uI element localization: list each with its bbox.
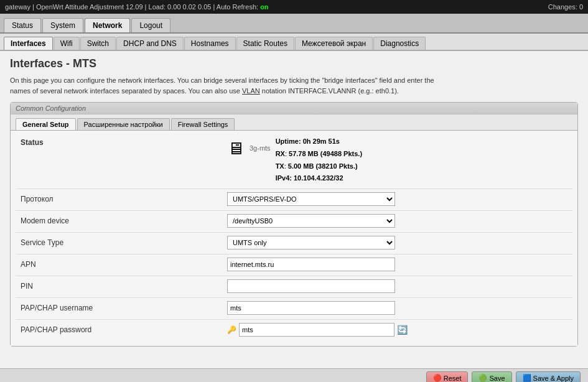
form-area: Status 🖥 3g-mts Uptime: 0h 29m 51s RX: 5… <box>11 130 577 346</box>
subtab-dhcp-dns[interactable]: DHCP and DNS <box>116 37 184 50</box>
service-type-select[interactable]: UMTS only GPRS only Auto <box>227 236 395 249</box>
service-type-value: UMTS only GPRS only Auto <box>227 236 572 249</box>
modem-device-label: Modem device <box>16 217 227 225</box>
uptime-label: Uptime: <box>276 137 301 145</box>
protocol-select[interactable]: UMTS/GPRS/EV-DO DHCP Static PPPoE <box>227 192 395 206</box>
reset-button[interactable]: 🔴 Reset <box>426 371 469 382</box>
subtabs: Interfaces Wifi Switch DHCP and DNS Host… <box>0 34 588 51</box>
topbar-right: Changes: 0 <box>548 3 583 11</box>
reset-icon: 🔴 <box>433 374 442 382</box>
status-info: Uptime: 0h 29m 51s RX: 57.78 MB (49488 P… <box>276 136 362 185</box>
pap-username-input[interactable] <box>227 301 395 315</box>
rx-value: 57.78 MB (49488 Pkts.) <box>289 150 362 157</box>
tab-network[interactable]: Network <box>85 18 130 32</box>
ipv4-value: 10.104.4.232/32 <box>294 174 343 182</box>
uptime-value: 0h 29m 51s <box>303 137 340 145</box>
pap-password-value: 🔑 🔄 <box>227 323 572 337</box>
auto-refresh-status: on <box>260 3 268 11</box>
save-icon: 🟢 <box>478 374 487 382</box>
lock-icon: 🔑 <box>227 325 236 334</box>
pap-username-row: PAP/CHAP username <box>16 297 572 318</box>
subtab-static-routes[interactable]: Static Routes <box>236 37 294 50</box>
topbar-left: gateway | OpenWrt Attitude Adjustment 12… <box>5 3 269 11</box>
pin-input[interactable] <box>227 279 395 293</box>
modem-device-value: /dev/ttyUSB0 /dev/ttyUSB1 /dev/ttyUSB2 <box>227 214 572 228</box>
config-box: Common Configuration General Setup Расши… <box>10 102 578 347</box>
inner-tab-advanced[interactable]: Расширенные настройки <box>77 118 170 130</box>
service-type-row: Service Type UMTS only GPRS only Auto <box>16 232 572 253</box>
main-content: Interfaces - MTS On this page you can co… <box>0 51 588 368</box>
service-type-label: Service Type <box>16 238 227 247</box>
status-content: 🖥 3g-mts Uptime: 0h 29m 51s RX: 57.78 MB… <box>227 136 362 185</box>
tab-system[interactable]: System <box>42 18 83 32</box>
pap-password-label: PAP/CHAP password <box>16 325 227 334</box>
pap-password-input[interactable] <box>239 323 394 337</box>
pap-username-label: PAP/CHAP username <box>16 304 227 312</box>
page-description: On this page you can configure the netwo… <box>10 75 578 96</box>
topbar: gateway | OpenWrt Attitude Adjustment 12… <box>0 0 588 14</box>
protocol-label: Протокол <box>16 195 227 203</box>
page-title: Interfaces - MTS <box>10 57 578 70</box>
subtab-switch[interactable]: Switch <box>80 37 116 50</box>
tx-label: TX <box>276 162 284 170</box>
inner-tabs: General Setup Расширенные настройки Fire… <box>11 114 577 130</box>
inner-tab-firewall[interactable]: Firewall Settings <box>171 118 235 130</box>
pin-value <box>227 279 572 293</box>
apn-row: APN <box>16 254 572 274</box>
pap-username-value <box>227 301 572 315</box>
subtab-hostnames[interactable]: Hostnames <box>184 37 236 50</box>
subtab-interfaces[interactable]: Interfaces <box>4 37 53 50</box>
tab-logout[interactable]: Logout <box>131 18 170 32</box>
modem-device-row: Modem device /dev/ttyUSB0 /dev/ttyUSB1 /… <box>16 210 572 231</box>
apn-value <box>227 258 572 271</box>
protocol-value: UMTS/GPRS/EV-DO DHCP Static PPPoE <box>227 192 572 206</box>
apn-label: APN <box>16 260 227 269</box>
pap-password-row: PAP/CHAP password 🔑 🔄 <box>16 319 572 340</box>
tx-value: 5.00 MB (38210 Pkts.) <box>288 162 358 170</box>
refresh-icon[interactable]: 🔄 <box>397 325 408 335</box>
status-section: Status 🖥 3g-mts Uptime: 0h 29m 51s RX: 5… <box>16 136 572 185</box>
bottom-bar: 🔴 Reset 🟢 Save 🟦 Save & Apply <box>0 368 588 382</box>
desc-line2: names of several network interfaces sepa… <box>10 87 399 95</box>
save-apply-icon: 🟦 <box>523 374 531 382</box>
nav-tabs: Status System Network Logout <box>0 14 588 34</box>
status-label: Status <box>16 136 227 149</box>
apn-input[interactable] <box>227 258 395 271</box>
save-button[interactable]: 🟢 Save <box>472 371 511 382</box>
config-box-title: Common Configuration <box>11 103 577 114</box>
save-apply-button[interactable]: 🟦 Save & Apply <box>516 371 581 382</box>
subtab-diagnostics[interactable]: Diagnostics <box>373 37 426 50</box>
protocol-row: Протокол UMTS/GPRS/EV-DO DHCP Static PPP… <box>16 189 572 209</box>
status-device: 3g-mts <box>250 144 271 152</box>
subtab-wifi[interactable]: Wifi <box>54 37 80 50</box>
subtab-firewall[interactable]: Межсетевой экран <box>295 37 373 50</box>
inner-tab-general[interactable]: General Setup <box>16 118 76 130</box>
rx-label: RX <box>276 150 285 157</box>
tab-status[interactable]: Status <box>4 18 41 32</box>
ipv4-label: IPv4: <box>276 174 292 182</box>
modem-device-select[interactable]: /dev/ttyUSB0 /dev/ttyUSB1 /dev/ttyUSB2 <box>227 214 395 228</box>
pin-row: PIN <box>16 276 572 296</box>
status-icon: 🖥 <box>227 138 245 159</box>
pin-label: PIN <box>16 282 227 291</box>
